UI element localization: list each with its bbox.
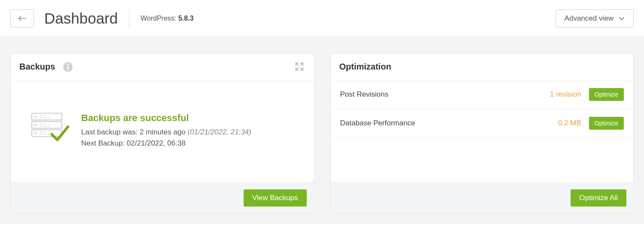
backups-card-body: Backups are successful Last backup was: … bbox=[11, 80, 314, 182]
optimization-row-post-revisions: Post Revisions 1 revision Optimize bbox=[331, 80, 634, 109]
wordpress-version: WordPress: 5.8.3 bbox=[140, 15, 193, 22]
backup-server-icon bbox=[31, 112, 69, 143]
optimization-row-database-performance: Database Performance 0.2 MB Optimize bbox=[331, 109, 634, 138]
svg-rect-1 bbox=[67, 66, 69, 70]
header-divider bbox=[129, 9, 129, 27]
last-backup-paren: (01/21/2022, 21:34) bbox=[188, 128, 251, 136]
wordpress-label: WordPress: bbox=[140, 15, 178, 22]
dashboard-content: Backups bbox=[0, 36, 644, 224]
optimization-row-label: Database Performance bbox=[340, 119, 558, 128]
page-header: Dashboard WordPress: 5.8.3 Advanced view bbox=[0, 0, 644, 36]
optimization-row-value: 0.2 MB bbox=[558, 119, 581, 128]
back-button[interactable] bbox=[10, 9, 34, 27]
backup-status-panel: Backups are successful Last backup was: … bbox=[20, 112, 304, 150]
last-backup-line: Last backup was: 2 minutes ago (01/21/20… bbox=[81, 128, 304, 137]
expand-icon[interactable] bbox=[295, 62, 305, 72]
next-backup-label: Next Backup: bbox=[81, 139, 127, 147]
optimization-card: Optimization Post Revisions 1 revision O… bbox=[330, 53, 634, 214]
svg-point-7 bbox=[35, 124, 37, 126]
optimization-card-body: Post Revisions 1 revision Optimize Datab… bbox=[331, 80, 634, 182]
svg-point-6 bbox=[35, 116, 37, 117]
backup-info: Backups are successful Last backup was: … bbox=[81, 112, 304, 150]
chevron-down-icon bbox=[619, 15, 625, 21]
optimization-card-title: Optimization bbox=[339, 62, 391, 72]
info-icon[interactable] bbox=[63, 62, 73, 72]
svg-point-2 bbox=[67, 64, 69, 65]
next-backup-value: 02/21/2022, 06:38 bbox=[127, 139, 186, 147]
svg-point-8 bbox=[35, 132, 37, 134]
optimization-card-header: Optimization bbox=[331, 54, 634, 80]
backup-status-title: Backups are successful bbox=[81, 112, 304, 124]
last-backup-label: Last backup was: bbox=[81, 128, 140, 136]
optimization-row-label: Post Revisions bbox=[340, 90, 550, 99]
page-title: Dashboard bbox=[44, 10, 118, 27]
backups-card: Backups bbox=[10, 53, 314, 214]
backups-card-footer: View Backups bbox=[11, 182, 314, 213]
wordpress-version-value: 5.8.3 bbox=[178, 15, 194, 22]
backups-card-title: Backups bbox=[19, 62, 55, 72]
optimize-database-performance-button[interactable]: Optimize bbox=[589, 117, 624, 130]
advanced-view-label: Advanced view bbox=[565, 14, 613, 23]
last-backup-value: 2 minutes ago bbox=[140, 128, 188, 136]
optimize-post-revisions-button[interactable]: Optimize bbox=[589, 88, 624, 101]
view-backups-button[interactable]: View Backups bbox=[244, 189, 306, 207]
back-arrow-icon bbox=[18, 15, 27, 22]
advanced-view-dropdown[interactable]: Advanced view bbox=[555, 9, 634, 27]
optimization-row-value: 1 revision bbox=[550, 90, 581, 99]
backups-card-header: Backups bbox=[11, 54, 314, 80]
optimization-card-footer: Optimize All bbox=[331, 182, 634, 213]
optimize-all-button[interactable]: Optimize All bbox=[571, 189, 626, 207]
next-backup-line: Next Backup: 02/21/2022, 06:38 bbox=[81, 139, 304, 148]
